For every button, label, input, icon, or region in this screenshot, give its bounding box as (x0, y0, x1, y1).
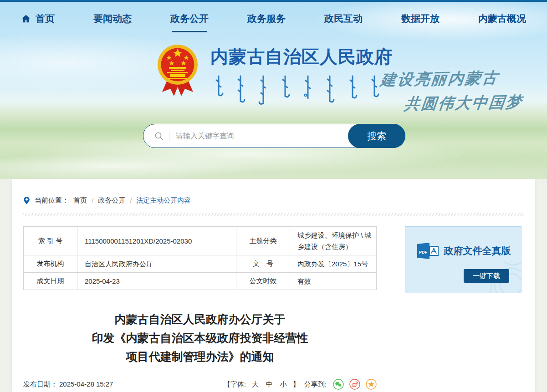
share-icons (333, 379, 377, 390)
breadcrumb-gov-disclosure[interactable]: 政务公开 (98, 196, 125, 205)
font-size-large[interactable]: 大 (250, 380, 260, 389)
meta-label-validity: 公文时效 (236, 273, 290, 290)
weibo-share-icon[interactable] (349, 379, 360, 390)
hatched-divider (23, 213, 524, 216)
font-size-medium[interactable]: 中 (265, 380, 274, 389)
search-button[interactable]: 搜索 (348, 124, 405, 148)
meta-value-index: 1115000001151201XD/2025-02030 (77, 227, 236, 255)
search-area: 搜索 (143, 124, 405, 148)
publish-date: 发布日期： 2025-04-28 15:27 (23, 380, 113, 389)
nav-label: 要闻动态 (93, 12, 132, 25)
nav-item-gov-disclosure[interactable]: 政务公开 (170, 12, 209, 25)
slogan-line2: 共圆伟大中国梦 (404, 92, 534, 115)
document-column: 索 引 号 1115000001151201XD/2025-02030 主题分类… (23, 226, 377, 392)
nav-item-open-data[interactable]: 数据开放 (401, 12, 440, 25)
font-size-suffix: 】 (293, 380, 300, 389)
full-version-download-box: PDF 政府文件全真版 一键下载 (405, 226, 521, 293)
meta-label-index: 索 引 号 (24, 227, 77, 255)
nav-label: 首页 (36, 12, 55, 25)
sidebar-column: PDF 政府文件全真版 一键下载 (405, 226, 522, 392)
content-background: 当前位置： 首页 / 政务公开 / 法定主动公开内容 索 引 号 1115000… (0, 179, 547, 392)
breadcrumb: 当前位置： 首页 / 政务公开 / 法定主动公开内容 (23, 196, 524, 205)
pdf-file-icon: PDF (416, 242, 440, 260)
one-click-download-button[interactable]: 一键下载 (464, 269, 509, 283)
meta-value-date: 2025-04-23 (77, 273, 236, 290)
nav-item-interaction[interactable]: 政民互动 (324, 12, 363, 25)
font-size-small[interactable]: 小 (279, 380, 288, 389)
nav-item-news[interactable]: 要闻动态 (93, 12, 132, 25)
font-size-prefix: 【字体: (224, 380, 246, 389)
publish-date-label: 发布日期： (23, 380, 57, 389)
nav-item-gov-services[interactable]: 政务服务 (247, 12, 286, 25)
meta-value-agency: 自治区人民政府办公厅 (77, 255, 236, 273)
publish-meta-row: 发布日期： 2025-04-28 15:27 【字体: 大 中 小 】 分享到: (23, 379, 377, 392)
breadcrumb-home[interactable]: 首页 (73, 196, 87, 205)
search-divider (169, 131, 169, 142)
nav-item-home[interactable]: 首页 (21, 12, 55, 25)
content-card: 当前位置： 首页 / 政务公开 / 法定主动公开内容 索 引 号 1115000… (12, 179, 535, 392)
meta-value-docno: 内政办发〔2025〕15号 (290, 255, 377, 273)
breadcrumb-current[interactable]: 法定主动公开内容 (136, 196, 191, 205)
table-row: 发布机构 自治区人民政府办公厅 文 号 内政办发〔2025〕15号 (24, 255, 377, 273)
main-navigation: 首页 要闻动态 政务公开 政务服务 政民互动 数据开放 内蒙古概况 (0, 2, 547, 36)
page-tools: 【字体: 大 中 小 】 分享到: (224, 379, 377, 390)
slogan: 建设亮丽内蒙古 共圆伟大中国梦 (377, 67, 537, 115)
meta-label-agency: 发布机构 (24, 255, 77, 273)
meta-label-topic: 主题分类 (236, 227, 290, 255)
breadcrumb-separator: / (92, 197, 93, 204)
nav-item-overview[interactable]: 内蒙古概况 (478, 12, 526, 25)
qzone-star-share-icon[interactable] (366, 379, 377, 390)
nav-label: 数据开放 (401, 12, 440, 25)
document-title-line: 项目代建制管理办法》的通知 (23, 347, 377, 366)
search-input[interactable] (176, 132, 341, 140)
site-title: 内蒙古自治区人民政府 (210, 45, 397, 69)
slogan-line1: 建设亮丽内蒙古 (379, 67, 537, 91)
table-row: 成文日期 2025-04-23 公文时效 有效 (24, 273, 377, 290)
national-emblem (157, 41, 199, 100)
table-row: 索 引 号 1115000001151201XD/2025-02030 主题分类… (24, 227, 377, 255)
meta-label-date: 成文日期 (24, 273, 77, 290)
site-identity: 内蒙古自治区人民政府 (210, 45, 397, 107)
search-icon (154, 132, 164, 141)
search-box: 搜索 (143, 124, 405, 148)
nav-label: 政民互动 (324, 12, 363, 25)
site-banner: 首页 要闻动态 政务公开 政务服务 政民互动 数据开放 内蒙古概况 (0, 2, 547, 179)
pdf-label: PDF (419, 250, 428, 255)
document-title-line: 印发《内蒙古自治区本级政府投资非经营性 (23, 329, 377, 347)
meta-value-validity: 有效 (290, 273, 377, 290)
nav-label: 政务公开 (170, 12, 209, 25)
main-grid: 索 引 号 1115000001151201XD/2025-02030 主题分类… (23, 226, 524, 392)
nav-label: 内蒙古概况 (478, 12, 526, 25)
mongolian-script (212, 75, 397, 107)
document-title: 内蒙古自治区人民政府办公厅关于 印发《内蒙古自治区本级政府投资非经营性 项目代建… (23, 310, 377, 366)
share-label: 分享到: (304, 380, 327, 389)
location-pin-icon (23, 196, 30, 205)
nav-label: 政务服务 (247, 12, 286, 25)
publish-date-value: 2025-04-28 15:27 (59, 380, 113, 389)
wechat-share-icon[interactable] (333, 379, 344, 390)
breadcrumb-separator: / (130, 197, 132, 204)
document-meta-table: 索 引 号 1115000001151201XD/2025-02030 主题分类… (23, 226, 377, 290)
breadcrumb-label: 当前位置： (35, 196, 69, 205)
meta-value-topic: 城乡建设、环境保护 \ 城乡建设（含住房） (290, 227, 377, 255)
document-title-line: 内蒙古自治区人民政府办公厅关于 (23, 310, 377, 329)
home-icon (21, 14, 31, 24)
meta-label-docno: 文 号 (236, 255, 290, 273)
